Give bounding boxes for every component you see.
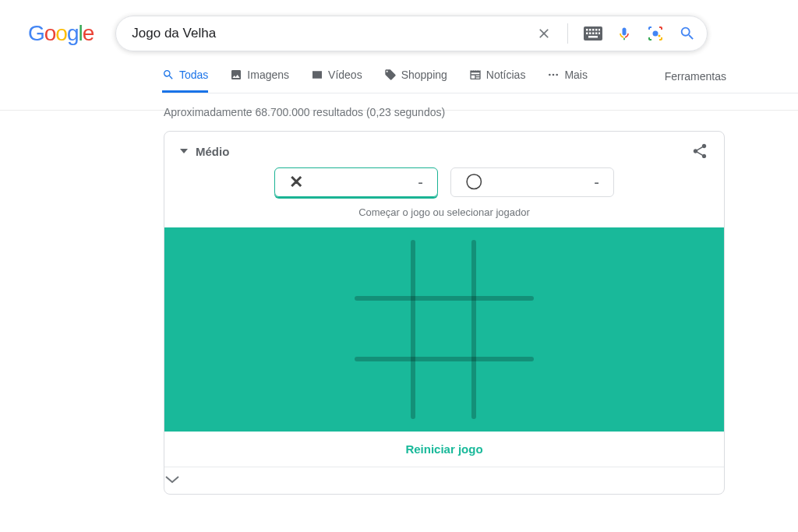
tictactoe-card: Médio ✕ - 〇 - Começar o jogo ou selecion…	[164, 131, 725, 495]
difficulty-selector[interactable]: Médio	[180, 145, 229, 158]
tab-shopping[interactable]: Shopping	[384, 69, 447, 93]
cell-0-2[interactable]	[474, 240, 534, 300]
tab-label: Mais	[564, 69, 588, 81]
cell-2-1[interactable]	[415, 359, 475, 419]
search-icon[interactable]	[679, 25, 696, 42]
cell-1-0[interactable]	[355, 300, 415, 360]
tab-news[interactable]: Notícias	[469, 69, 526, 93]
results-stats: Aproximadamente 68.700.000 resultados (0…	[164, 106, 798, 118]
difficulty-label: Médio	[196, 145, 229, 158]
svg-rect-5	[598, 29, 600, 31]
tab-label: Todas	[179, 69, 208, 81]
score-o: -	[594, 174, 599, 192]
svg-rect-9	[595, 33, 598, 35]
game-hint: Começar o jogo ou selecionar jogador	[164, 202, 724, 227]
svg-point-15	[553, 74, 555, 76]
svg-rect-10	[598, 33, 600, 35]
svg-point-12	[653, 31, 659, 37]
mic-icon[interactable]	[616, 24, 632, 43]
tab-label: Vídeos	[328, 69, 362, 81]
clear-icon[interactable]	[536, 26, 552, 41]
search-bar	[115, 16, 708, 51]
svg-rect-7	[589, 33, 591, 35]
player-o-selector[interactable]: 〇 -	[450, 167, 614, 197]
x-mark-icon: ✕	[289, 172, 303, 192]
svg-rect-4	[595, 29, 598, 31]
svg-point-13	[659, 35, 661, 37]
tab-images[interactable]: Imagens	[230, 69, 289, 93]
tab-label: Imagens	[247, 69, 289, 81]
search-input[interactable]	[132, 26, 536, 41]
chevron-down-icon	[164, 475, 180, 484]
tab-all[interactable]: Todas	[162, 69, 208, 93]
o-mark-icon: 〇	[465, 171, 482, 194]
lens-icon[interactable]	[646, 24, 665, 43]
game-board	[355, 240, 534, 419]
cell-1-1[interactable]	[415, 300, 475, 360]
tab-videos[interactable]: Vídeos	[311, 69, 362, 93]
google-logo[interactable]: Google	[28, 21, 94, 46]
cell-2-0[interactable]	[355, 359, 415, 419]
cell-0-0[interactable]	[355, 240, 415, 300]
game-board-area	[164, 227, 724, 432]
svg-rect-2	[589, 29, 591, 31]
cell-2-2[interactable]	[474, 359, 534, 419]
expand-button[interactable]	[164, 467, 724, 494]
cell-0-1[interactable]	[415, 240, 475, 300]
divider	[567, 23, 568, 44]
svg-rect-8	[592, 33, 595, 35]
share-icon[interactable]	[691, 143, 708, 160]
svg-point-14	[549, 74, 551, 76]
svg-rect-3	[592, 29, 595, 31]
keyboard-icon[interactable]	[584, 26, 602, 41]
svg-point-16	[556, 74, 559, 76]
tab-label: Notícias	[486, 69, 526, 81]
tab-more[interactable]: Mais	[547, 69, 588, 93]
tools-button[interactable]: Ferramentas	[665, 70, 726, 92]
svg-rect-11	[588, 36, 598, 38]
svg-rect-1	[586, 29, 588, 31]
cell-1-2[interactable]	[474, 300, 534, 360]
player-x-selector[interactable]: ✕ -	[274, 167, 438, 197]
score-x: -	[418, 174, 423, 192]
search-tabs: Todas Imagens Vídeos Shopping Notícias M…	[162, 69, 798, 93]
dropdown-icon	[180, 147, 188, 155]
svg-rect-6	[586, 33, 588, 35]
tab-label: Shopping	[401, 69, 447, 81]
restart-button[interactable]: Reiniciar jogo	[164, 432, 724, 467]
